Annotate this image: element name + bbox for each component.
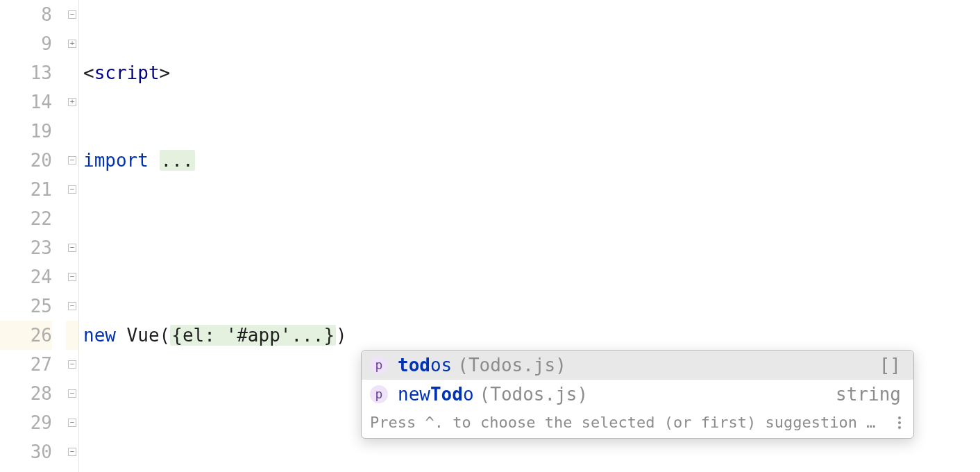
line-number: 28 <box>0 379 52 408</box>
code-line[interactable] <box>83 233 980 262</box>
code-token: Vue( <box>116 325 170 346</box>
footer-hint: Press ^. to choose the selected (or firs… <box>370 408 885 437</box>
property-icon: p <box>370 356 388 374</box>
line-number: 8 <box>0 0 52 29</box>
fold-toggle[interactable] <box>68 302 76 310</box>
kebab-menu-icon[interactable] <box>895 414 905 432</box>
suggestion-name: todos <box>398 351 452 380</box>
line-number: 26 <box>0 321 52 350</box>
fold-toggle[interactable] <box>68 273 76 281</box>
line-number: 25 <box>0 292 52 321</box>
footer-hint-text: Press ^. to choose the selected (or firs… <box>370 414 885 431</box>
line-number: 14 <box>0 87 52 117</box>
line-number: 27 <box>0 350 52 379</box>
folded-region[interactable]: {el: '#app'...} <box>170 325 336 346</box>
autocomplete-footer: Press ^. to choose the selected (or firs… <box>362 409 913 438</box>
fold-column <box>66 0 79 472</box>
code-token: script <box>94 62 160 83</box>
suggestion-location: (Todos.js) <box>480 380 589 409</box>
code-line[interactable]: <script> <box>83 58 980 87</box>
fold-toggle[interactable] <box>68 448 76 456</box>
code-token: > <box>160 62 171 83</box>
suggestion-type: [] <box>879 351 901 380</box>
code-token <box>149 150 160 171</box>
line-number: 21 <box>0 175 52 204</box>
code-token: import <box>83 150 149 171</box>
fold-toggle[interactable] <box>68 40 76 48</box>
suggestion-rest: o <box>463 384 474 405</box>
icon-letter: p <box>375 380 383 409</box>
line-number: 29 <box>0 408 52 437</box>
line-number: 13 <box>0 58 52 87</box>
line-number: 30 <box>0 437 52 466</box>
property-icon: p <box>370 385 388 403</box>
code-token: < <box>83 62 94 83</box>
suggestion-location: (Todos.js) <box>457 351 566 380</box>
fold-toggle[interactable] <box>68 244 76 252</box>
line-number: 23 <box>0 233 52 262</box>
icon-letter: p <box>375 351 383 380</box>
suggestion-type: string <box>836 380 901 409</box>
autocomplete-popup[interactable]: p todos (Todos.js) [] p newTodo (Todos.j… <box>361 350 914 439</box>
gutter: 8 9 13 14 19 20 21 22 23 24 25 26 27 28 … <box>0 0 66 472</box>
autocomplete-item[interactable]: p newTodo (Todos.js) string <box>362 380 913 409</box>
folded-region[interactable]: ... <box>160 150 195 171</box>
line-number: 20 <box>0 146 52 175</box>
suggestion-prefix: new <box>398 384 430 405</box>
line-number: 19 <box>0 117 52 146</box>
suggestion-match: Tod <box>430 384 463 405</box>
line-number: 9 <box>0 29 52 58</box>
fold-toggle[interactable] <box>68 185 76 194</box>
suggestion-match: tod <box>398 355 430 376</box>
fold-toggle[interactable] <box>68 360 76 369</box>
fold-toggle[interactable] <box>68 98 76 106</box>
code-token: new <box>83 325 116 346</box>
fold-toggle[interactable] <box>68 156 76 165</box>
suggestion-name: newTodo <box>398 380 474 409</box>
autocomplete-item[interactable]: p todos (Todos.js) [] <box>362 351 913 380</box>
code-line[interactable]: import ... <box>83 146 980 175</box>
suggestion-rest: os <box>430 355 452 376</box>
code-line[interactable]: new Vue({el: '#app'...}) <box>83 321 980 350</box>
fold-toggle[interactable] <box>68 389 76 398</box>
line-number: 22 <box>0 204 52 233</box>
line-number: 24 <box>0 262 52 292</box>
fold-toggle[interactable] <box>68 419 76 427</box>
code-token: ) <box>336 325 347 346</box>
fold-toggle[interactable] <box>68 10 76 19</box>
